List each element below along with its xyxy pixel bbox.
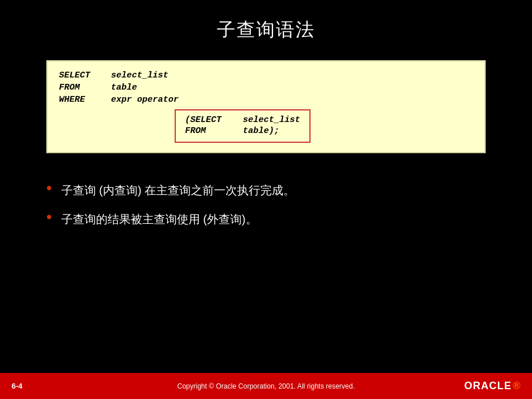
keyword-from: FROM [59,83,111,93]
bullet-dot-2: • [46,209,52,225]
keyword-where: WHERE [59,95,111,105]
code-box: SELECT select_list FROM table WHERE expr… [46,60,486,153]
bullet-item-1: • 子查询 (内查询) 在主查询之前一次执行完成。 [46,182,486,198]
bullet-text-1: 子查询 (内查询) 在主查询之前一次执行完成。 [61,182,295,198]
subquery-keyword-select: (SELECT [185,115,243,125]
page-title: 子查询语法 [217,17,315,43]
page-number: 6-4 [12,382,23,390]
bullets-container: • 子查询 (内查询) 在主查询之前一次执行完成。 • 子查询的结果被主查询使用… [46,182,486,240]
subquery-value-table: table); [243,126,279,136]
subquery-line-2: FROM table); [185,126,300,136]
subquery-value-select-list: select_list [243,115,300,125]
bullet-item-2: • 子查询的结果被主查询使用 (外查询)。 [46,211,486,227]
footer: 6-4 Copyright © Oracle Corporation, 2001… [0,373,532,399]
main-content: 子查询语法 SELECT select_list FROM table WHER… [0,0,532,373]
oracle-trademark: ® [513,380,520,392]
value-expr-operator: expr operator [111,95,179,105]
oracle-logo: ORACLE ® [464,380,520,392]
bullet-dot-1: • [46,180,52,196]
value-select-list: select_list [111,71,168,80]
code-line-2: FROM table [59,83,473,93]
code-line-3: WHERE expr operator [59,95,473,105]
copyright-text: Copyright © Oracle Corporation, 2001. Al… [178,382,355,390]
subquery-line-1: (SELECT select_list [185,115,300,125]
oracle-brand-text: ORACLE [464,380,512,392]
bullet-text-2: 子查询的结果被主查询使用 (外查询)。 [61,211,257,227]
value-table: table [111,83,137,93]
subquery-box: (SELECT select_list FROM table); [175,109,311,143]
code-line-1: SELECT select_list [59,71,473,80]
subquery-keyword-from: FROM [185,126,243,136]
keyword-select: SELECT [59,71,111,80]
